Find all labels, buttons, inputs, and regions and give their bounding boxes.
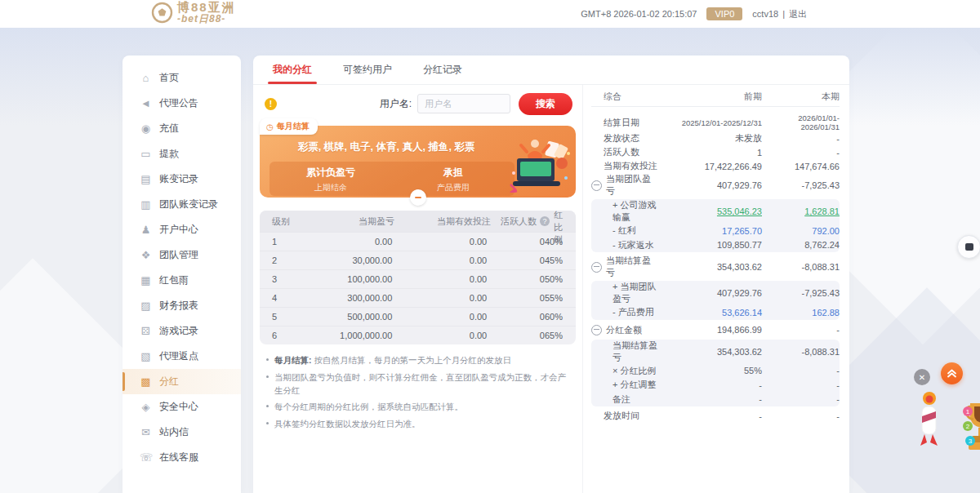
dividend-icon: ▩ <box>140 375 152 388</box>
cell-level: 5 <box>260 312 316 322</box>
cell-valid-bets: 0.00 <box>392 255 487 265</box>
sidebar-item-label: 安全中心 <box>159 400 198 414</box>
summary-cur-value: - <box>762 134 840 144</box>
summary-prev-value: 354,303.62 <box>657 347 762 357</box>
logo[interactable]: 博88亚洲 -bet日88- <box>151 1 236 24</box>
team-management-icon: ❖ <box>140 249 152 261</box>
summary-row-label: × 分红比例 <box>612 365 656 377</box>
sidebar-item-online-service[interactable]: ☏ 在线客服 <box>122 445 241 470</box>
username[interactable]: cctv18 <box>752 9 778 19</box>
server-time: GMT+8 2026-01-02 20:15:07 <box>581 9 697 19</box>
logout-link[interactable]: 退出 <box>789 8 807 20</box>
close-promo-button[interactable]: ✕ <box>914 369 930 385</box>
dividend-panel: ! 用户名: 搜索 ◷ 每月结算 彩票, 棋牌, 电子, 体育, 真人, 捕鱼,… <box>253 85 582 493</box>
cell-profit: 30,000.00 <box>316 255 392 265</box>
sidebar-item-account-opening[interactable]: ♟ 开户中心 <box>122 217 241 242</box>
monthly-settlement-banner: ◷ 每月结算 彩票, 棋牌, 电子, 体育, 真人, 捕鱼, 彩票 累计负盈亏 … <box>260 126 576 198</box>
note-item: 每月结算: 按自然月结算，每月的第一天为上个月分红的发放日 <box>266 354 571 367</box>
summary-row: - 产品费用 53,626.14 162.88 <box>591 305 840 320</box>
announcement-icon: ◄ <box>140 97 152 109</box>
table-row: 3 100,000.00 0.00 0 50% <box>260 269 576 288</box>
collapse-minus-icon[interactable] <box>591 325 602 335</box>
promo-trophy[interactable]: 1 2 3 <box>960 397 980 482</box>
summary-row: 备注 - - <box>591 393 840 407</box>
cell-active-users: 0 <box>487 293 545 303</box>
sidebar-item-deposit[interactable]: ◉ 充值 <box>122 116 241 141</box>
tabbar: 我的分红 可签约用户 分红记录 <box>253 56 849 85</box>
security-icon: ◈ <box>140 401 152 413</box>
cell-profit: 0.00 <box>316 237 392 246</box>
sidebar-item-label: 财务报表 <box>159 299 198 313</box>
summary-rows: 结算日期 2025/12/01-2025/12/31 2026/01/01-20… <box>591 113 840 423</box>
tab-signable-users[interactable]: 可签约用户 <box>343 63 392 84</box>
sidebar-item-team-management[interactable]: ❖ 团队管理 <box>122 242 241 268</box>
summary-row-label: 当期有效投注 <box>604 160 657 172</box>
tab-my-dividend[interactable]: 我的分红 <box>273 63 312 84</box>
sidebar-item-label: 开户中心 <box>159 223 198 237</box>
banner-formula-col: 累计负盈亏 上期结余 <box>270 162 392 196</box>
sidebar-item-label: 在线客服 <box>159 451 198 464</box>
summary-cur-value: - <box>762 325 840 335</box>
summary-prev-value: 2025/12/01-2025/12/31 <box>657 118 762 127</box>
table-body: 1 0.00 0.00 0 40% 2 30,000.00 0.00 0 45% <box>260 232 576 344</box>
sidebar-item-security-center[interactable]: ◈ 安全中心 <box>122 394 241 420</box>
search-button[interactable]: 搜索 <box>519 93 572 115</box>
summary-prev-value: 109,850.77 <box>657 240 762 250</box>
summary-header-row: 综合 前期 本期 <box>591 87 840 107</box>
tab-label: 可签约用户 <box>343 64 392 75</box>
summary-row: - 玩家返水 109,850.77 8,762.24 <box>591 238 840 253</box>
settlement-tag: ◷ 每月结算 <box>260 118 318 135</box>
summary-row: 发放状态 未发放 - <box>591 131 840 145</box>
table-row: 5 500,000.00 0.00 0 60% <box>260 307 576 326</box>
username-label: 用户名: <box>380 97 412 111</box>
bullet-icon <box>266 422 269 424</box>
collapse-banner-button[interactable] <box>410 189 426 206</box>
sidebar-item-team-account-changes[interactable]: ▥ 团队账变记录 <box>122 192 241 217</box>
cell-level: 6 <box>260 331 316 340</box>
tab-dividend-records[interactable]: 分红记录 <box>423 63 462 84</box>
notice-icon[interactable]: ! <box>265 98 277 110</box>
sidebar-item-label: 站内信 <box>159 425 189 439</box>
sidebar-item-label: 红包雨 <box>159 273 189 287</box>
sidebar-item-agent-announcement[interactable]: ◄ 代理公告 <box>122 91 241 116</box>
tab-label: 分红记录 <box>423 64 462 75</box>
double-chevron-up-icon <box>947 368 957 379</box>
cell-active-users: 0 <box>487 255 545 265</box>
cell-level: 2 <box>260 255 316 265</box>
summary-prev-value: 53,626.14 <box>657 308 762 318</box>
back-to-top-button[interactable] <box>941 362 963 384</box>
sidebar-item-home[interactable]: ⌂ 首页 <box>122 65 241 91</box>
sidebar-item-financial-report[interactable]: ▨ 财务报表 <box>122 293 241 318</box>
bullet-icon <box>266 375 269 378</box>
promo-mascot[interactable] <box>915 389 944 473</box>
help-icon[interactable]: ? <box>540 216 550 226</box>
summary-row-label: - 产品费用 <box>612 306 654 318</box>
sidebar-item-withdraw[interactable]: ▭ 提款 <box>122 141 241 167</box>
collapse-minus-icon[interactable] <box>591 180 602 191</box>
summary-row-label: 当期团队盈亏 <box>606 173 657 198</box>
deposit-icon: ◉ <box>140 122 152 135</box>
summary-cur-value: - <box>762 411 840 421</box>
sidebar-item-label: 分红 <box>159 375 179 389</box>
sidebar-item-label: 代理公告 <box>159 96 198 110</box>
floating-service-button[interactable] <box>957 235 980 259</box>
sidebar-item-red-packet-rain[interactable]: ▦ 红包雨 <box>122 268 241 293</box>
clock-icon: ◷ <box>266 122 274 131</box>
sidebar-item-site-mail[interactable]: ✉ 站内信 <box>122 420 241 445</box>
sidebar-item-account-changes[interactable]: ▤ 账变记录 <box>122 167 241 192</box>
divider: | <box>782 9 785 19</box>
summary-row-label: 发放时间 <box>604 410 639 422</box>
cell-valid-bets: 0.00 <box>392 312 487 322</box>
sidebar-item-game-records[interactable]: ⚄ 游戏记录 <box>122 318 241 344</box>
note-item: 每个分红周期的分红比例，据系统自动匹配计算。 <box>266 401 571 414</box>
tab-label: 我的分红 <box>273 64 312 75</box>
username-input[interactable] <box>417 94 510 113</box>
summary-prev-value: 55% <box>657 366 762 375</box>
red-packet-icon: ▦ <box>140 274 152 286</box>
sidebar-item-label: 团队账变记录 <box>159 198 218 211</box>
collapse-minus-icon[interactable] <box>591 262 602 273</box>
cell-level: 1 <box>260 237 316 246</box>
summary-row-label: 当期结算盈亏 <box>606 255 657 279</box>
sidebar-item-dividend[interactable]: ▩ 分红 <box>122 369 241 394</box>
sidebar-item-agent-rebate[interactable]: ▧ 代理返点 <box>122 344 241 369</box>
